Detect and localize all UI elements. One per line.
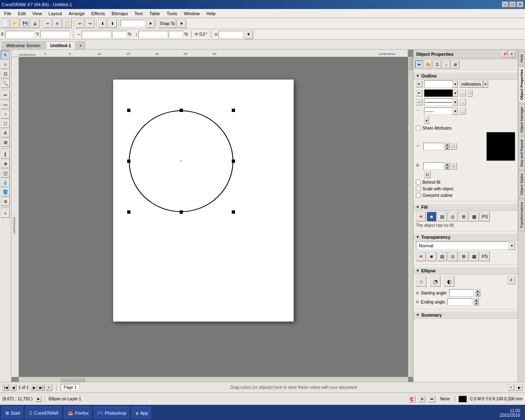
zoom-input[interactable]: 54% [121, 20, 145, 27]
outline-color-swatch[interactable] [424, 89, 453, 97]
summary-title[interactable]: ▼ Summary [413, 312, 518, 319]
transparency-tool[interactable]: ◫ [1, 169, 10, 178]
arrow-up-btn[interactable]: ▲ [424, 116, 429, 124]
add-page-nav-btn[interactable]: + [46, 384, 52, 391]
outline-style2[interactable]: —— [424, 107, 453, 115]
coord-more-btn[interactable]: ▶ [36, 396, 41, 402]
trans-radial-icon[interactable]: ◎ [448, 251, 458, 261]
panel-icon-char[interactable]: Ω [433, 60, 441, 68]
handle-tl[interactable] [127, 109, 130, 112]
first-page-btn[interactable]: |◀ [2, 384, 9, 391]
val2-down[interactable]: ▼ [445, 166, 450, 170]
panel-icon-fill[interactable]: 🎨 [424, 60, 432, 68]
start-angle-down[interactable]: ▼ [475, 293, 480, 297]
print-btn[interactable]: 🖨 [30, 19, 39, 28]
side-tab-obj-styles[interactable]: Object Styles [518, 171, 525, 198]
fill-texture-icon[interactable]: ▦ [469, 212, 479, 221]
fill-tool[interactable]: 🪣 [1, 187, 10, 196]
outline-pen-icon[interactable]: ✒ [416, 81, 422, 87]
panel-icon-circle[interactable]: ○ [442, 60, 450, 68]
taskbar-photoshop[interactable]: Ps Photoshop [94, 406, 130, 420]
close-button[interactable]: ✕ [517, 2, 523, 7]
fill-pattern-icon[interactable]: ⊞ [459, 212, 468, 221]
ellipse-title[interactable]: ▼ Ellipse [413, 267, 518, 274]
val1-color[interactable]: □ [450, 143, 457, 150]
val1-up[interactable]: ▲ [445, 143, 450, 146]
trans-linear-icon[interactable]: ▤ [437, 251, 447, 261]
w-input[interactable]: 11,708 cm [82, 31, 111, 38]
open-btn[interactable]: 📂 [11, 19, 20, 28]
ellipse-tool[interactable]: ○ [1, 110, 10, 119]
shape-tool[interactable]: ⌗ [1, 60, 10, 69]
panel-icon-grid[interactable]: ⊞ [451, 60, 459, 68]
outline-style2-dropdown[interactable]: ▼ [453, 107, 458, 115]
taskbar-app[interactable]: ◆ App [132, 406, 152, 420]
w-pct-input[interactable]: 100,0 [112, 31, 127, 38]
handle-tr[interactable] [232, 109, 235, 112]
end-angle-up[interactable]: ▲ [474, 298, 479, 302]
menu-help[interactable]: Help [203, 10, 219, 17]
outline-tool[interactable]: ⊘ [1, 197, 10, 206]
menu-edit[interactable]: Edit [15, 10, 29, 17]
export-btn[interactable]: ⬆ [108, 19, 117, 28]
scale-btn[interactable]: ⊡ [424, 171, 431, 178]
menu-window[interactable]: Window [180, 10, 203, 17]
next-page-btn[interactable]: ▶ [31, 384, 37, 391]
end-angle-down[interactable]: ▼ [474, 302, 479, 306]
undo-btn[interactable]: ↩ [75, 19, 84, 28]
tab-add[interactable]: + [76, 41, 84, 49]
side-tab-step-repeat[interactable]: Step and Repeat [518, 137, 525, 170]
outline-size-input[interactable]: 0,2 mm [424, 80, 453, 88]
new-btn[interactable]: 📄 [1, 19, 10, 28]
snap-btn[interactable]: Snap To [159, 19, 176, 28]
table-tool[interactable]: ⊞ [1, 138, 10, 147]
ellipse-btn1[interactable]: ○ [416, 276, 427, 287]
color-pen-icon[interactable]: ✒ [416, 90, 422, 96]
ellipse-refresh-btn[interactable]: ↺ [507, 276, 515, 284]
scrollbar-h[interactable] [19, 377, 408, 382]
outline-unit-arrow[interactable]: ▼ [483, 80, 488, 88]
redo-btn[interactable]: ↪ [85, 19, 94, 28]
line-style-preview[interactable] [424, 98, 453, 106]
handle-br[interactable] [232, 210, 235, 214]
menu-effects[interactable]: Effects [88, 10, 108, 17]
val1-down[interactable]: ▼ [445, 146, 450, 150]
minimize-button[interactable]: ─ [502, 2, 509, 7]
trans-solid-icon[interactable]: ■ [427, 251, 436, 261]
last-page-btn[interactable]: ▶| [38, 384, 45, 391]
taskbar-firefox[interactable]: 🦊 Firefox [64, 406, 93, 420]
add-page-btn[interactable]: + [1, 209, 10, 218]
trans-pattern-icon[interactable]: ⊞ [459, 251, 468, 261]
side-tab-obj-props[interactable]: Object Properties [518, 66, 525, 103]
page-name-btn[interactable]: Page 1 [61, 384, 80, 391]
fill-radial-icon[interactable]: ◎ [448, 212, 458, 221]
outline-size-dropdown[interactable]: ▼ [453, 80, 458, 88]
zoom-dropdown[interactable]: ▼ [146, 19, 155, 28]
val2-up[interactable]: ▲ [445, 162, 450, 166]
paste-btn[interactable]: 📋 [63, 19, 72, 28]
line-icon[interactable]: — [416, 99, 422, 105]
side-tab-hints[interactable]: Hints [518, 51, 525, 66]
prev-page-btn[interactable]: ◀ [10, 384, 16, 391]
snap-icon-btn[interactable]: 🧲 [409, 396, 415, 402]
panel-pin-btn[interactable]: 📌 [501, 51, 508, 57]
taskbar-coreldraw[interactable]: C CorelDRAW [25, 406, 62, 420]
tab-welcome[interactable]: Welcome Screen [2, 41, 45, 49]
fill-title[interactable]: ▼ Fill [413, 204, 518, 211]
scrollbar-v[interactable] [408, 57, 413, 377]
scrollbar-h-thumb[interactable] [60, 377, 84, 381]
behind-fill-checkbox[interactable] [416, 180, 421, 185]
freehand-tool[interactable]: ✏ [1, 91, 10, 100]
menu-tools[interactable]: Tools [163, 10, 180, 17]
tab-untitled[interactable]: Untitled-1 [46, 41, 76, 49]
settings-icon-btn[interactable]: ⚙ [419, 396, 425, 402]
save-btn[interactable]: 💾 [21, 19, 30, 28]
menu-file[interactable]: File [1, 10, 15, 17]
no-snap-btn[interactable]: ✕ [429, 396, 435, 402]
crop-tool[interactable]: ⊡ [1, 69, 10, 78]
trans-texture-icon[interactable]: ▦ [469, 251, 479, 261]
menu-view[interactable]: View [29, 10, 46, 17]
ending-angle-input[interactable]: 90,0 ° [447, 298, 472, 306]
h-input[interactable]: 11,708 cm [138, 31, 168, 38]
rect-tool[interactable]: ▭ [1, 100, 10, 109]
